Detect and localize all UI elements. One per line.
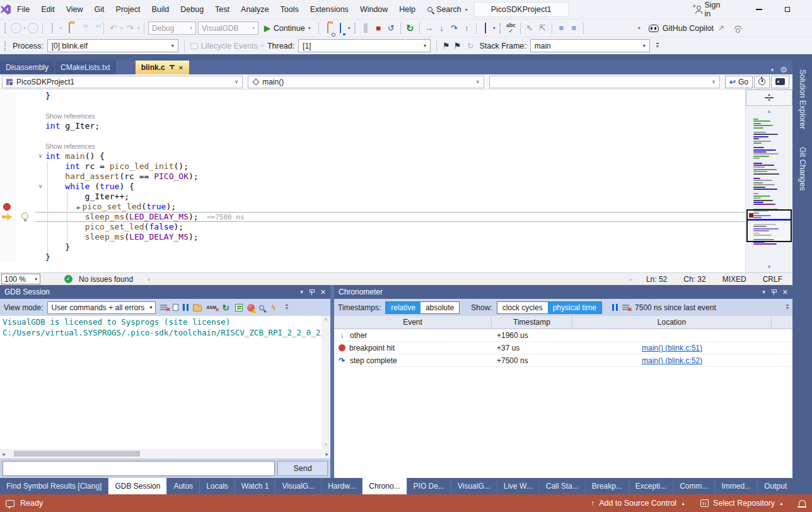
chronometer-title-bar[interactable]: Chronometer ▾ ✕ — [334, 285, 792, 299]
issues-status[interactable]: No issues found — [79, 275, 133, 284]
chevron-down-icon[interactable]: ▾ — [137, 25, 140, 31]
gdb-console-output[interactable]: VisualGDB is licensed to Sysprogs (site … — [0, 316, 330, 449]
event-row[interactable]: ↓other+1960 us — [334, 329, 792, 342]
insert-snippet-icon[interactable]: ⇱ — [537, 21, 548, 35]
editor-split-handle[interactable]: ▲▼ — [746, 90, 792, 106]
stackframe-combo[interactable]: main▾ — [530, 39, 650, 52]
toolbar-overflow-icon[interactable]: ▾ — [286, 305, 288, 310]
toolbar-grip[interactable] — [4, 41, 7, 51]
gear-icon[interactable]: ⚙ — [780, 65, 787, 74]
add-to-source-control-button[interactable]: ↑ Add to Source Control ▲ — [586, 499, 690, 508]
menu-window[interactable]: Window — [354, 0, 393, 19]
navigate-forward-icon[interactable]: → — [28, 23, 38, 33]
tab-Disassembly[interactable]: Disassembly — [0, 61, 55, 74]
pin-icon[interactable] — [309, 289, 315, 295]
code-line[interactable]: ∨ while (true) { — [0, 182, 745, 192]
copy-icon[interactable] — [173, 304, 178, 311]
panel-tab-live-w-[interactable]: Live W... — [497, 478, 540, 494]
minimap-scrollbar[interactable]: ▲▼ ▲ ▼ — [745, 90, 792, 272]
spell-check-icon[interactable]: abc✓ — [506, 23, 516, 34]
toolbar-grip[interactable] — [354, 23, 357, 33]
panel-tab-find-symbol-results-clang-[interactable]: Find Symbol Results [Clang] — [0, 478, 108, 494]
gdb-command-input[interactable] — [3, 461, 275, 476]
indent-increase-icon[interactable]: ≡ — [569, 21, 579, 35]
physical-time-toggle[interactable]: physical time — [548, 302, 601, 313]
panel-tab-breakp-[interactable]: Breakp... — [586, 478, 629, 494]
close-button[interactable]: ✕ — [802, 0, 812, 19]
absolute-toggle[interactable]: absolute — [420, 302, 459, 313]
flag-threads-icon[interactable]: ⚑ — [454, 41, 461, 50]
chevron-down-icon[interactable]: ▾ — [23, 25, 26, 31]
line-ending-indicator[interactable]: CRLF — [763, 275, 782, 284]
restart-icon[interactable]: ↺ — [386, 21, 397, 35]
code-line[interactable]: hard_assert(rc == PICO_OK); — [0, 172, 745, 182]
share-icon[interactable]: ↗ — [716, 21, 726, 35]
step-over-icon[interactable]: ↷ — [449, 21, 460, 35]
zoom-combo[interactable]: 100 %▾ — [1, 274, 40, 284]
step-into-icon[interactable]: ↓ — [436, 21, 447, 35]
secondary-combo[interactable]: ∨ — [489, 76, 720, 88]
lightbulb-icon[interactable] — [21, 212, 28, 219]
window-position-icon[interactable]: ▾ — [762, 289, 765, 295]
dock-tab-solution-explorer[interactable]: Solution Explorer — [798, 64, 807, 134]
sign-in-button[interactable]: + Sign in — [688, 1, 729, 18]
line-indicator[interactable]: Ln: 52 — [646, 275, 667, 284]
toolbar-grip[interactable] — [4, 23, 7, 33]
panel-tab-immed-[interactable]: Immed... — [716, 478, 758, 494]
code-line[interactable]: } — [0, 91, 745, 101]
column-header-timestamp[interactable]: Timestamp — [492, 316, 572, 329]
code-line[interactable]: g_Iter++; — [0, 192, 745, 202]
diagnostic-tools-icon[interactable] — [480, 21, 491, 35]
menu-project[interactable]: Project — [110, 0, 146, 19]
code-line[interactable]: Show references — [0, 111, 745, 121]
scrollbar-thumb[interactable] — [14, 451, 140, 457]
project-scope-combo[interactable]: PicoSDKProject1 ∨ — [2, 76, 243, 88]
chronometer-button[interactable] — [754, 76, 770, 88]
solution-configuration-combo[interactable]: Debug▾ — [148, 21, 196, 35]
window-position-icon[interactable]: ▾ — [300, 289, 303, 295]
menu-git[interactable]: Git — [89, 0, 110, 19]
fold-toggle-icon[interactable]: ∨ — [35, 182, 45, 192]
event-row[interactable]: breakpoint hit+37 usmain() (blink.c:51) — [334, 342, 792, 354]
code-line[interactable]: int g_Iter; — [0, 121, 745, 131]
code-editor[interactable]: }Show referencesint g_Iter;Show referenc… — [0, 90, 792, 272]
chevron-down-icon[interactable]: ▾ — [493, 25, 496, 31]
error-diagnostics-icon[interactable] — [247, 304, 255, 311]
console-vertical-scrollbar[interactable]: ▲ ▼ — [322, 316, 330, 449]
event-row[interactable]: ↷step complete+7500 nsmain() (blink.c:52… — [334, 354, 792, 367]
continue-button[interactable]: ▶ Continue ▾ — [260, 21, 315, 35]
send-button[interactable]: Send — [277, 461, 328, 476]
tab-blink.c[interactable]: blink.c✕ — [136, 61, 189, 74]
panel-tab-excepti-[interactable]: Excepti... — [629, 478, 673, 494]
code-line[interactable]: ▶pico_set_led(true); — [0, 202, 745, 212]
pin-icon[interactable] — [169, 65, 175, 71]
stop-debugging-icon[interactable]: ■ — [373, 21, 384, 35]
menu-help[interactable]: Help — [393, 0, 421, 19]
code-line[interactable]: ∨int main() { — [0, 151, 745, 161]
select-repository-button[interactable]: Select Repository ▲ — [695, 499, 789, 508]
gdb-session-title-bar[interactable]: GDB Session ▾ ✕ — [0, 285, 330, 299]
chevron-down-icon[interactable]: ▾ — [348, 25, 351, 31]
disable-asm-icon[interactable]: ASM — [206, 305, 216, 311]
panel-tab-chrono-[interactable]: Chrono... — [362, 478, 407, 494]
thread-combo[interactable]: [1]▾ — [298, 39, 431, 52]
navigate-cursor-icon[interactable]: ⇖ — [525, 21, 535, 35]
minimap-viewport[interactable] — [746, 209, 792, 242]
encoding-indicator[interactable]: MIXED — [722, 275, 746, 284]
pause-output-icon[interactable] — [183, 304, 188, 311]
show-next-statement-icon[interactable]: → — [424, 21, 434, 35]
reload-symbols-icon[interactable]: ↻ — [221, 303, 231, 313]
lifecycle-events-button[interactable]: Lifecycle Events ▾ — [190, 42, 264, 50]
open-folder-icon[interactable] — [64, 21, 74, 35]
github-copilot-button[interactable]: GitHub Copilot — [649, 24, 714, 33]
menu-build[interactable]: Build — [146, 0, 175, 19]
toolbar-overflow-icon[interactable]: ▾ — [786, 305, 789, 310]
code-line[interactable]: int rc = pico_led_init(); — [0, 161, 745, 172]
flag-icon[interactable]: ⚑ — [443, 41, 450, 50]
menu-extensions[interactable]: Extensions — [304, 0, 354, 19]
code-line[interactable]: pico_set_led(false); — [0, 222, 745, 232]
code-line[interactable]: } — [0, 252, 745, 262]
panel-tab-autos[interactable]: Autos — [167, 478, 200, 494]
pin-icon[interactable] — [771, 289, 777, 295]
panel-tab-call-sta-[interactable]: Call Sta... — [540, 478, 586, 494]
